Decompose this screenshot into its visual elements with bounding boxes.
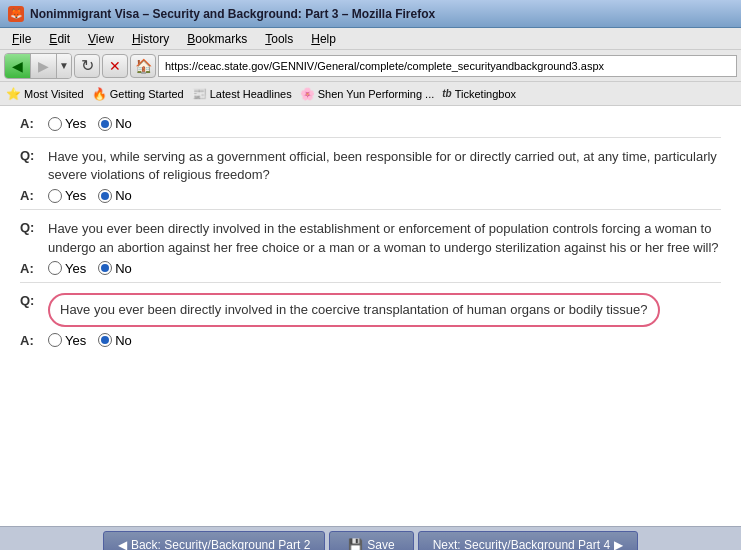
question-row-3: Q: Have you ever been directly involved … (20, 293, 721, 327)
no-label-1: No (115, 188, 132, 203)
divider-0 (20, 137, 721, 138)
qa-block-1: Q: Have you, while serving as a governme… (20, 148, 721, 210)
radio-yes-1[interactable]: Yes (48, 188, 86, 203)
radio-yes-2[interactable]: Yes (48, 261, 86, 276)
back-nav-label: Back: Security/Background Part 2 (131, 538, 310, 551)
radio-group-3: Yes No (48, 333, 132, 348)
ticketingbox-icon: tb (442, 88, 451, 99)
navbar: ◀ ▶ ▼ ↻ ✕ 🏠 (0, 50, 741, 82)
divider-2 (20, 282, 721, 283)
menu-bookmarks[interactable]: Bookmarks (179, 30, 255, 48)
save-button[interactable]: 💾 Save (329, 531, 413, 551)
q-label-2: Q: (20, 220, 40, 256)
radio-yes-0[interactable]: Yes (48, 116, 86, 131)
menu-view[interactable]: View (80, 30, 122, 48)
radio-no-circle-1[interactable] (98, 189, 112, 203)
bookmark-most-visited[interactable]: ⭐ Most Visited (6, 87, 84, 101)
a-label-2: A: (20, 261, 40, 276)
divider-1 (20, 209, 721, 210)
save-label: Save (367, 538, 394, 551)
qa-block-0: A: Yes No (20, 116, 721, 138)
titlebar: 🦊 Nonimmigrant Visa – Security and Backg… (0, 0, 741, 28)
window-title: Nonimmigrant Visa – Security and Backgro… (30, 7, 435, 21)
no-label-3: No (115, 333, 132, 348)
radio-no-2[interactable]: No (98, 261, 132, 276)
answer-row-0: A: Yes No (20, 116, 721, 131)
bookmark-shen-yun[interactable]: 🌸 Shen Yun Performing ... (300, 87, 435, 101)
menu-edit[interactable]: Edit (41, 30, 78, 48)
content-area: A: Yes No Q: Have you, while servin (0, 106, 741, 526)
q-label-1: Q: (20, 148, 40, 184)
answer-row-2: A: Yes No (20, 261, 721, 276)
highlighted-question-3: Have you ever been directly involved in … (48, 293, 660, 327)
home-button[interactable]: 🏠 (130, 54, 156, 78)
form-area: A: Yes No Q: Have you, while servin (0, 106, 741, 526)
next-arrow-icon: ▶ (614, 538, 623, 551)
bookmark-getting-started[interactable]: 🔥 Getting Started (92, 87, 184, 101)
stop-button[interactable]: ✕ (102, 54, 128, 78)
yes-label-3: Yes (65, 333, 86, 348)
radio-yes-circle-0[interactable] (48, 117, 62, 131)
question-row-1: Q: Have you, while serving as a governme… (20, 148, 721, 184)
radio-yes-circle-3[interactable] (48, 333, 62, 347)
answer-row-3: A: Yes No (20, 333, 721, 348)
radio-no-circle-0[interactable] (98, 117, 112, 131)
question-text-1: Have you, while serving as a government … (48, 148, 721, 184)
dropdown-button[interactable]: ▼ (57, 54, 71, 78)
radio-group-1: Yes No (48, 188, 132, 203)
yes-label-2: Yes (65, 261, 86, 276)
radio-yes-circle-2[interactable] (48, 261, 62, 275)
back-arrow-icon: ◀ (118, 538, 127, 551)
a-label-0: A: (20, 116, 40, 131)
bookmark-latest-headlines[interactable]: 📰 Latest Headlines (192, 87, 292, 101)
radio-group-2: Yes No (48, 261, 132, 276)
bookmark-shen-yun-label: Shen Yun Performing ... (318, 88, 435, 100)
q-label-3: Q: (20, 293, 40, 327)
menubar: File Edit View History Bookmarks Tools H… (0, 28, 741, 50)
menu-help[interactable]: Help (303, 30, 344, 48)
radio-no-0[interactable]: No (98, 116, 132, 131)
question-text-3: Have you ever been directly involved in … (60, 302, 648, 317)
question-row-2: Q: Have you ever been directly involved … (20, 220, 721, 256)
next-nav-button[interactable]: Next: Security/Background Part 4 ▶ (418, 531, 638, 551)
bookmark-ticketingbox[interactable]: tb Ticketingbox (442, 88, 516, 100)
bookmark-latest-headlines-label: Latest Headlines (210, 88, 292, 100)
no-label-2: No (115, 261, 132, 276)
menu-history[interactable]: History (124, 30, 177, 48)
reload-button[interactable]: ↻ (74, 54, 100, 78)
radio-no-circle-2[interactable] (98, 261, 112, 275)
next-nav-label: Next: Security/Background Part 4 (433, 538, 610, 551)
no-label-0: No (115, 116, 132, 131)
bookmark-ticketingbox-label: Ticketingbox (455, 88, 516, 100)
radio-no-circle-3[interactable] (98, 333, 112, 347)
bookmark-most-visited-label: Most Visited (24, 88, 84, 100)
bookmark-getting-started-label: Getting Started (110, 88, 184, 100)
radio-no-1[interactable]: No (98, 188, 132, 203)
save-disk-icon: 💾 (348, 538, 363, 551)
a-label-1: A: (20, 188, 40, 203)
most-visited-icon: ⭐ (6, 87, 21, 101)
radio-no-3[interactable]: No (98, 333, 132, 348)
back-nav-button[interactable]: ◀ Back: Security/Background Part 2 (103, 531, 325, 551)
menu-tools[interactable]: Tools (257, 30, 301, 48)
qa-block-3: Q: Have you ever been directly involved … (20, 293, 721, 348)
address-bar[interactable] (158, 55, 737, 77)
bookmarksbar: ⭐ Most Visited 🔥 Getting Started 📰 Lates… (0, 82, 741, 106)
a-label-3: A: (20, 333, 40, 348)
qa-block-2: Q: Have you ever been directly involved … (20, 220, 721, 282)
back-button[interactable]: ◀ (5, 54, 31, 78)
back-forward-group: ◀ ▶ ▼ (4, 53, 72, 79)
radio-group-0: Yes No (48, 116, 132, 131)
answer-row-1: A: Yes No (20, 188, 721, 203)
radio-yes-circle-1[interactable] (48, 189, 62, 203)
menu-file[interactable]: File (4, 30, 39, 48)
browser-icon: 🦊 (8, 6, 24, 22)
bottom-nav: ◀ Back: Security/Background Part 2 💾 Sav… (0, 526, 741, 550)
latest-headlines-icon: 📰 (192, 87, 207, 101)
shen-yun-icon: 🌸 (300, 87, 315, 101)
radio-yes-3[interactable]: Yes (48, 333, 86, 348)
getting-started-icon: 🔥 (92, 87, 107, 101)
question-text-2: Have you ever been directly involved in … (48, 220, 721, 256)
yes-label-0: Yes (65, 116, 86, 131)
forward-button[interactable]: ▶ (31, 54, 57, 78)
